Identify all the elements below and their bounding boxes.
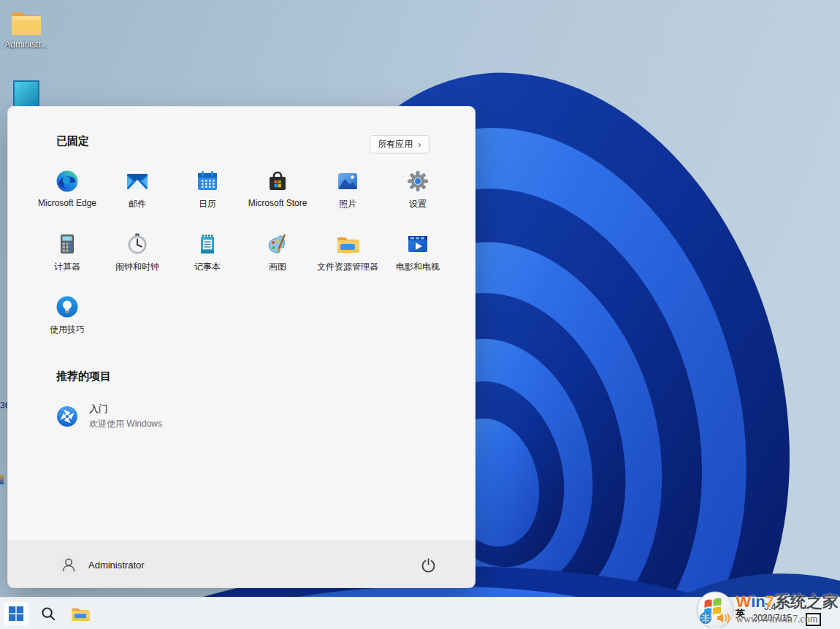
app-tile-notepad[interactable]: 记事本 xyxy=(172,224,243,286)
app-tile-edge[interactable]: Microsoft Edge xyxy=(32,161,102,224)
all-apps-label: 所有应用 xyxy=(378,138,413,150)
tray-time: 0:44 xyxy=(753,602,792,613)
app-tile-tips[interactable]: 使用技巧 xyxy=(32,286,102,349)
tips-icon xyxy=(56,295,79,319)
app-tile-label: 文件资源管理器 xyxy=(317,261,378,273)
user-profile-button[interactable]: Administrator xyxy=(49,550,153,579)
cutoff-desktop-icon-fragment xyxy=(0,475,4,484)
user-avatar-icon xyxy=(58,554,80,576)
start-menu-footer: Administrator xyxy=(8,541,475,587)
file-explorer-button[interactable] xyxy=(67,601,93,626)
app-tile-file-explorer[interactable]: 文件资源管理器 xyxy=(313,224,383,286)
paint-icon xyxy=(266,232,289,256)
user-name: Administrator xyxy=(88,560,145,571)
search-button[interactable] xyxy=(35,601,61,626)
app-tile-label: 记事本 xyxy=(194,261,221,273)
app-tile-label: 设置 xyxy=(409,198,427,210)
taskbar: 英 0:44 2020/7/15 xyxy=(0,597,840,629)
calendar-icon xyxy=(196,169,219,193)
app-tile-calculator[interactable]: 计算器 xyxy=(32,224,102,286)
movies-tv-icon xyxy=(406,232,429,256)
app-tile-mail[interactable]: 邮件 xyxy=(102,161,172,224)
all-apps-button[interactable]: 所有应用 › xyxy=(370,135,429,153)
power-button[interactable] xyxy=(413,550,443,579)
get-started-icon xyxy=(56,405,78,427)
app-tile-label: 使用技巧 xyxy=(50,324,85,336)
app-tile-label: 邮件 xyxy=(129,198,146,210)
app-tile-paint[interactable]: 画图 xyxy=(243,224,313,286)
recommended-item-get-started[interactable]: 入门 欢迎使用 Windows xyxy=(49,397,290,435)
app-tile-label: 画图 xyxy=(269,261,286,273)
recommended-item-title: 入门 xyxy=(89,403,162,416)
app-tile-label: Microsoft Store xyxy=(248,198,308,208)
start-button[interactable] xyxy=(3,601,29,626)
monitor-icon xyxy=(12,79,41,106)
app-tile-settings[interactable]: 设置 xyxy=(383,161,453,224)
app-tile-store[interactable]: Microsoft Store xyxy=(243,161,313,224)
calculator-icon xyxy=(56,232,79,256)
start-menu: 已固定 所有应用 › Microsoft Edge 邮件 日历 Microsof… xyxy=(7,106,476,588)
app-tile-label: 电影和电视 xyxy=(396,261,440,273)
app-tile-label: 计算器 xyxy=(54,261,80,273)
app-tile-photos[interactable]: 照片 xyxy=(313,161,383,224)
mail-icon xyxy=(126,169,149,193)
app-tile-calendar[interactable]: 日历 xyxy=(172,161,243,224)
file-explorer-icon xyxy=(71,606,90,622)
ime-language-indicator[interactable]: 英 xyxy=(736,607,745,620)
notepad-icon xyxy=(196,232,219,256)
edge-icon xyxy=(56,169,79,193)
file-explorer-icon xyxy=(336,232,359,256)
settings-icon xyxy=(406,169,429,193)
recommended-item-subtitle: 欢迎使用 Windows xyxy=(89,418,162,430)
chevron-right-icon: › xyxy=(418,140,421,149)
taskbar-clock[interactable]: 0:44 2020/7/15 xyxy=(753,602,792,624)
app-tile-movies-tv[interactable]: 电影和电视 xyxy=(383,224,453,286)
search-icon xyxy=(41,606,56,621)
alarms-clock-icon xyxy=(126,232,149,256)
desktop-icon-administrator[interactable]: Administr... xyxy=(0,7,53,50)
app-tile-label: 闹钟和时钟 xyxy=(115,261,159,273)
windows-logo-icon xyxy=(9,606,23,621)
desktop-icon-partially-hidden[interactable] xyxy=(0,79,53,106)
pinned-apps-grid: Microsoft Edge 邮件 日历 Microsoft Store 照片 … xyxy=(32,161,453,349)
app-tile-label: Microsoft Edge xyxy=(38,198,96,208)
app-tile-label: 日历 xyxy=(199,198,216,210)
tray-square-icon[interactable] xyxy=(806,613,821,626)
folder-icon xyxy=(9,7,43,37)
pinned-section-header: 已固定 xyxy=(56,134,89,148)
power-icon xyxy=(421,557,436,573)
app-tile-label: 照片 xyxy=(339,198,356,210)
photos-icon xyxy=(336,169,359,193)
tray-date: 2020/7/15 xyxy=(753,613,792,624)
recommended-section-header: 推荐的项目 xyxy=(56,370,111,384)
app-tile-alarms-clock[interactable]: 闹钟和时钟 xyxy=(102,224,172,286)
store-icon xyxy=(266,169,289,193)
desktop-icon-label: Administr... xyxy=(4,39,47,50)
